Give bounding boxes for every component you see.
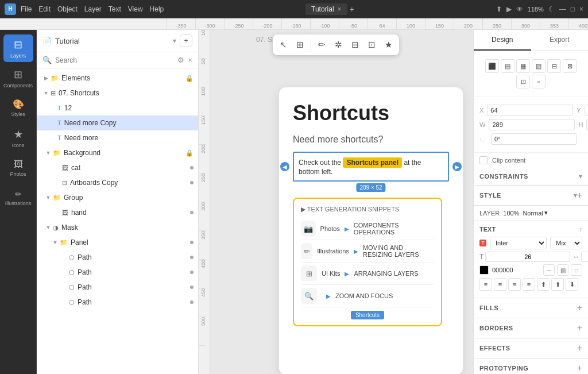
filter-icon[interactable]: ⚙ — [177, 56, 184, 64]
tab-tutorial[interactable]: Tutorial × — [305, 3, 347, 15]
play-icon[interactable]: ▶ — [506, 5, 512, 13]
tree-item-path2[interactable]: ⬡ Path — [37, 265, 198, 280]
layer-mode[interactable]: Normal ▾ — [523, 209, 547, 217]
align-right-button[interactable]: ▦ — [516, 59, 530, 73]
tree-item-background[interactable]: ▼ 📁 Background 🔒 — [37, 145, 198, 160]
frame-crop-icon[interactable]: ⊡ — [366, 37, 378, 52]
font-size-input[interactable] — [485, 252, 570, 262]
align-center-v-button[interactable]: ⊟ — [547, 59, 561, 73]
x-input[interactable] — [487, 105, 573, 116]
valign-top-text-button[interactable]: ⬆ — [537, 278, 550, 291]
sidebar-item-layers[interactable]: ⊟ Layers — [3, 34, 33, 62]
valign-bottom-text-button[interactable]: ⬇ — [566, 278, 578, 291]
angle-input[interactable] — [491, 133, 577, 145]
window-close-icon[interactable]: × — [579, 5, 583, 13]
font-style-select[interactable]: Mix — [550, 237, 582, 249]
tree-item-t12[interactable]: T 12 — [37, 101, 198, 115]
menu-object[interactable]: Object — [57, 5, 78, 13]
letter-spacing-input[interactable] — [581, 252, 588, 262]
tree-item-mask[interactable]: ▼ ◑ Mask — [37, 220, 198, 235]
search-clear-icon[interactable]: × — [188, 56, 192, 64]
text-selection-box[interactable]: ◀ ▶ Check out the Shortcuts panel at the… — [293, 152, 449, 182]
search-input[interactable] — [55, 56, 174, 64]
tab-add-button[interactable]: + — [350, 5, 354, 14]
align-right-text-button[interactable]: ≡ — [508, 278, 521, 291]
constraints-section-header[interactable]: CONSTRAINTS ▾ — [474, 168, 588, 186]
menu-file[interactable]: File — [21, 5, 32, 13]
menu-text[interactable]: Text — [109, 5, 121, 13]
tab-design[interactable]: Design — [474, 30, 531, 51]
asterisk-icon[interactable]: ✲ — [332, 37, 345, 52]
align-center-h-button[interactable]: ▤ — [501, 59, 514, 73]
zoom-label[interactable]: 118% — [528, 6, 544, 13]
strikethrough-icon[interactable]: ▤ — [557, 264, 568, 276]
tab-export[interactable]: Export — [531, 30, 589, 51]
layers-tool-icon[interactable]: ⊟ — [349, 37, 361, 52]
prototyping-add-icon[interactable]: + — [577, 363, 582, 373]
pencil-icon[interactable]: ✏ — [316, 37, 328, 52]
align-left-text-button[interactable]: ≡ — [479, 278, 492, 291]
tree-item-shortcuts07[interactable]: ▼ ⊞ 07. Shortcuts — [37, 86, 198, 101]
layers-add-button[interactable]: + — [180, 34, 192, 47]
align-justify-text-button[interactable]: ≡ — [523, 278, 535, 291]
tree-item-cat[interactable]: 🖼 cat — [37, 160, 198, 175]
effects-add-icon[interactable]: + — [577, 343, 582, 353]
layers-dropdown-icon[interactable]: ▾ — [173, 37, 176, 45]
more-icon[interactable]: □ — [571, 264, 582, 276]
tree-item-panel[interactable]: ▼ 📁 Panel — [37, 235, 198, 250]
handle-right[interactable]: ▶ — [452, 162, 462, 171]
moon-icon[interactable]: ☾ — [548, 5, 555, 13]
menu-view[interactable]: View — [128, 5, 143, 13]
text-sort-icon[interactable]: ↕ — [579, 225, 582, 233]
preview-icon[interactable]: 👁 — [516, 5, 523, 13]
align-left-button[interactable]: ⬛ — [485, 59, 499, 73]
align-center-text-button[interactable]: ≡ — [494, 278, 506, 291]
canvas-area[interactable]: ↖ ⊞ ✏ ✲ ⊟ ⊡ ★ 07. Shortcuts 10 50 100 15… — [199, 30, 473, 374]
distribute-h-button[interactable]: ⊡ — [516, 75, 530, 88]
prototyping-section-header[interactable]: PROTOTYPING + — [474, 358, 588, 374]
color-code[interactable]: 000000 — [492, 267, 540, 273]
tree-item-path1[interactable]: ⬡ Path — [37, 250, 198, 265]
minimize-icon[interactable]: — — [559, 5, 566, 13]
clip-content-checkbox[interactable] — [479, 156, 488, 164]
menu-help[interactable]: Help — [150, 5, 164, 13]
tree-item-hand[interactable]: 🖼 hand — [37, 205, 198, 220]
valign-center-text-button[interactable]: ⬆ — [551, 278, 564, 291]
w-input[interactable] — [489, 119, 575, 130]
sidebar-item-icons[interactable]: ★ Icons — [3, 124, 33, 152]
star-icon[interactable]: ★ — [382, 37, 394, 52]
style-add-icon[interactable]: + — [577, 190, 582, 201]
tree-item-elements[interactable]: ▶ 📁 Elements 🔒 — [37, 71, 198, 86]
color-swatch[interactable] — [479, 265, 489, 275]
tree-item-artboards-copy[interactable]: ⊟ Artboards Copy — [37, 175, 198, 190]
menu-layer[interactable]: Layer — [84, 5, 102, 13]
style-section-header[interactable]: STYLE ▾ + — [474, 186, 588, 206]
cursor-icon[interactable]: ↖ — [277, 37, 289, 52]
distribute-v-button[interactable]: ▫ — [532, 75, 546, 88]
frame-tool-icon[interactable]: ⊞ — [294, 37, 306, 52]
align-top-button[interactable]: ▧ — [532, 59, 546, 73]
menu-edit[interactable]: Edit — [38, 5, 51, 13]
tree-item-path4[interactable]: ⬡ Path — [37, 295, 198, 310]
handle-left[interactable]: ◀ — [280, 162, 289, 171]
sidebar-item-components[interactable]: ⊞ Components — [3, 64, 33, 92]
tree-item-path3[interactable]: ⬡ Path — [37, 280, 198, 295]
tree-item-needmore-copy[interactable]: T Need more Copy — [37, 115, 198, 130]
y-input[interactable] — [585, 105, 588, 116]
maximize-icon[interactable]: □ — [571, 5, 575, 13]
font-select[interactable]: Inter — [490, 237, 547, 249]
effects-section-header[interactable]: EFFECTS + — [474, 338, 588, 358]
tree-item-needmore[interactable]: T Need more — [37, 130, 198, 145]
align-bottom-button[interactable]: ⊠ — [563, 59, 577, 73]
sidebar-item-illustrations[interactable]: ✏ Illustrations — [3, 184, 33, 211]
fills-section-header[interactable]: FILLS + — [474, 298, 588, 318]
upload-icon[interactable]: ⬆ — [496, 5, 502, 13]
sidebar-item-styles[interactable]: 🎨 Styles — [3, 94, 33, 122]
tree-item-group[interactable]: ▼ 📁 Group — [37, 190, 198, 205]
underline-icon[interactable]: ↔ — [543, 264, 555, 276]
borders-add-icon[interactable]: + — [577, 323, 582, 333]
layer-opacity[interactable]: 100% — [503, 210, 519, 217]
tab-close-icon[interactable]: × — [338, 5, 342, 13]
fills-add-icon[interactable]: + — [577, 303, 582, 313]
sidebar-item-photos[interactable]: 🖼 Photos — [3, 154, 33, 182]
